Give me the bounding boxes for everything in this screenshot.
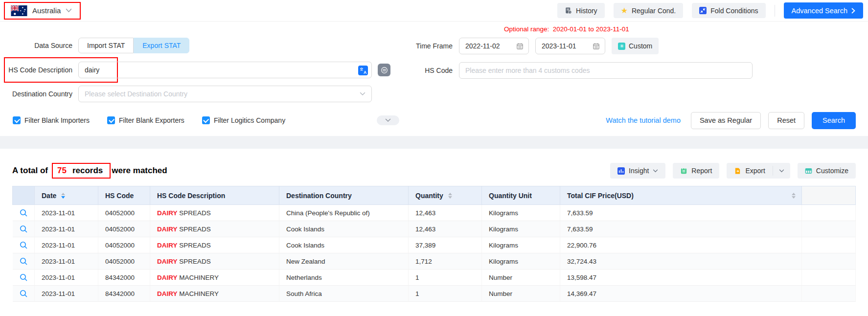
- cell-hs-code: 04052000: [98, 253, 150, 270]
- cell-destination-country: Cook Islands: [279, 221, 409, 237]
- history-icon: [565, 7, 572, 14]
- tab-import-stat[interactable]: Import STAT: [78, 38, 134, 53]
- results-header: A total of 75 records were matched Insig…: [12, 163, 856, 179]
- row-detail-button[interactable]: [13, 237, 35, 253]
- cell-hs-code: 04052000: [98, 205, 150, 221]
- cell-date: 2023-11-01: [35, 205, 98, 221]
- date-from-picker[interactable]: 2022-11-02: [459, 38, 529, 54]
- cell-destination-country: Cook Islands: [279, 237, 409, 253]
- summary-prefix: A total of: [12, 166, 48, 176]
- summary-suffix: were matched: [112, 166, 167, 176]
- header-hs-code: HS Code: [98, 186, 150, 205]
- row-detail-button[interactable]: [13, 221, 35, 237]
- country-selector[interactable]: Australia: [4, 2, 81, 20]
- filter-logitics-company-label: Filter Logitics Company: [214, 116, 285, 124]
- search-panel: Data Source Import STAT Export STAT HS C…: [0, 22, 868, 149]
- cell-date: 2023-11-01: [35, 253, 98, 270]
- header-quantity[interactable]: Quantity: [409, 186, 482, 205]
- fold-conditions-label: Fold Conditions: [710, 7, 758, 15]
- export-dropdown-chevron[interactable]: [773, 163, 790, 179]
- date-to-value: 2023-11-01: [542, 42, 576, 50]
- custom-range-button[interactable]: ✳ Custom: [612, 38, 659, 54]
- data-source-label: Data Source: [0, 42, 72, 49]
- insight-button[interactable]: Insight: [610, 163, 665, 179]
- cell-quantity: 37,389: [409, 237, 482, 253]
- search-button[interactable]: Search: [812, 112, 856, 129]
- filter-blank-importers-label: Filter Blank Importers: [24, 116, 90, 124]
- table-row: 2023-11-01 04052000 DAIRY SPREADS China …: [13, 205, 856, 221]
- sort-date[interactable]: [61, 193, 65, 199]
- history-button[interactable]: History: [557, 3, 605, 18]
- checkbox-checked-icon: [202, 116, 210, 124]
- hs-code-input[interactable]: [459, 63, 752, 78]
- row-detail-button[interactable]: [13, 253, 35, 270]
- exact-match-icon[interactable]: [378, 64, 390, 76]
- advanced-search-button[interactable]: Advanced Search: [784, 2, 863, 19]
- data-source-tabs: Import STAT Export STAT: [78, 38, 189, 53]
- row-detail-button[interactable]: [13, 205, 35, 221]
- row-detail-button[interactable]: [13, 270, 35, 286]
- table-row: 2023-11-01 84342000 DAIRY MACHINERY Sout…: [13, 286, 856, 302]
- results-actions: Insight Report Export Customize: [610, 163, 856, 179]
- reset-button[interactable]: Reset: [768, 112, 804, 129]
- table-row: 2023-11-01 04052000 DAIRY SPREADS Cook I…: [13, 237, 856, 253]
- report-button[interactable]: Report: [673, 163, 719, 179]
- cell-total-cif-price: 22,900.76: [560, 237, 802, 253]
- calendar-icon: [516, 43, 524, 50]
- save-as-regular-button[interactable]: Save as Regular: [691, 112, 761, 129]
- chevron-right-icon: [851, 8, 855, 14]
- header-hs-description: HS Code Description: [150, 186, 279, 205]
- keyword-highlight: DAIRY: [157, 209, 178, 217]
- cell-quantity-unit: Number: [482, 270, 560, 286]
- sort-total-cif[interactable]: [792, 193, 796, 199]
- cell-hs-description: DAIRY SPREADS: [150, 205, 279, 221]
- cell-hs-code: 84342000: [98, 270, 150, 286]
- cell-extra: [802, 286, 856, 302]
- records-word: records: [72, 166, 103, 176]
- fold-icon: [699, 7, 707, 14]
- tutorial-demo-link[interactable]: Watch the tutorial demo: [606, 116, 681, 124]
- filter-blank-importers-checkbox[interactable]: Filter Blank Importers: [13, 116, 90, 124]
- chevron-down-icon: [779, 169, 784, 173]
- cell-hs-code: 84342000: [98, 286, 150, 302]
- cell-total-cif-price: 32,724.43: [560, 253, 802, 270]
- cell-quantity: 12,463: [409, 221, 482, 237]
- checkbox-checked-icon: [107, 116, 115, 124]
- hs-code-field: [459, 62, 753, 79]
- customize-label: Customize: [816, 167, 848, 175]
- cell-destination-country: South Africa: [279, 286, 409, 302]
- destination-country-select[interactable]: Please select Destination Country: [78, 86, 372, 102]
- regular-cond-button[interactable]: ★ Regular Cond.: [614, 3, 684, 18]
- customize-button[interactable]: Customize: [798, 163, 856, 179]
- filter-blank-exporters-checkbox[interactable]: Filter Blank Exporters: [107, 116, 184, 124]
- export-button[interactable]: Export: [727, 163, 772, 179]
- cell-quantity-unit: Kilograms: [482, 221, 560, 237]
- cell-extra: [802, 205, 856, 221]
- hs-description-input[interactable]: [79, 62, 371, 78]
- header-icon-column: [13, 186, 35, 205]
- sort-quantity[interactable]: [448, 193, 452, 199]
- filter-row: Filter Blank Importers Filter Blank Expo…: [0, 112, 868, 129]
- keyword-highlight: DAIRY: [157, 274, 178, 281]
- magnifier-icon: [19, 241, 28, 249]
- cell-extra: [802, 221, 856, 237]
- date-to-picker[interactable]: 2023-11-01: [535, 38, 605, 54]
- magnifier-icon: [19, 225, 28, 233]
- export-label: Export: [745, 167, 765, 175]
- cell-destination-country: China (People's Republic of): [279, 205, 409, 221]
- tab-export-stat[interactable]: Export STAT: [134, 38, 189, 53]
- hs-code-description-label: HS Code Description: [0, 66, 72, 74]
- table-header-row: Date HS Code HS Code Description Destina…: [13, 186, 856, 205]
- magnifier-icon: [19, 289, 28, 298]
- filter-logitics-company-checkbox[interactable]: Filter Logitics Company: [202, 116, 285, 124]
- header-date[interactable]: Date: [35, 186, 98, 205]
- optional-range-text: Optional range: 2020-01-01 to 2023-11-01: [504, 25, 868, 34]
- fold-conditions-button[interactable]: Fold Conditions: [692, 3, 765, 18]
- row-detail-button[interactable]: [13, 286, 35, 302]
- header-total-cif-price[interactable]: Total CIF Price(USD): [560, 186, 802, 205]
- translate-icon[interactable]: A: [358, 66, 368, 77]
- collapse-conditions-button[interactable]: [377, 115, 399, 125]
- chevron-down-icon: [360, 92, 365, 96]
- cell-extra: [802, 270, 856, 286]
- topbar-actions: History ★ Regular Cond. Fold Conditions …: [557, 2, 863, 19]
